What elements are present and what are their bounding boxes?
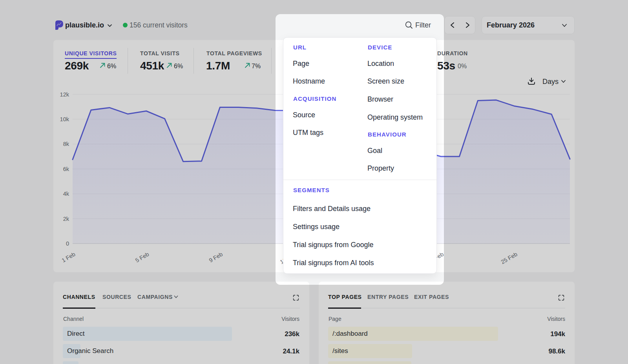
svg-text:4k: 4k	[63, 191, 69, 197]
svg-text:0: 0	[66, 240, 69, 247]
svg-text:6k: 6k	[63, 166, 69, 172]
svg-text:25 Feb: 25 Feb	[500, 251, 518, 265]
svg-text:5 Feb: 5 Feb	[134, 251, 150, 264]
svg-text:9 Feb: 9 Feb	[208, 251, 224, 264]
svg-text:2k: 2k	[63, 216, 69, 222]
svg-text:12k: 12k	[60, 91, 69, 98]
svg-text:8k: 8k	[63, 141, 69, 147]
svg-text:10k: 10k	[60, 116, 69, 122]
svg-text:1 Feb: 1 Feb	[60, 251, 76, 264]
